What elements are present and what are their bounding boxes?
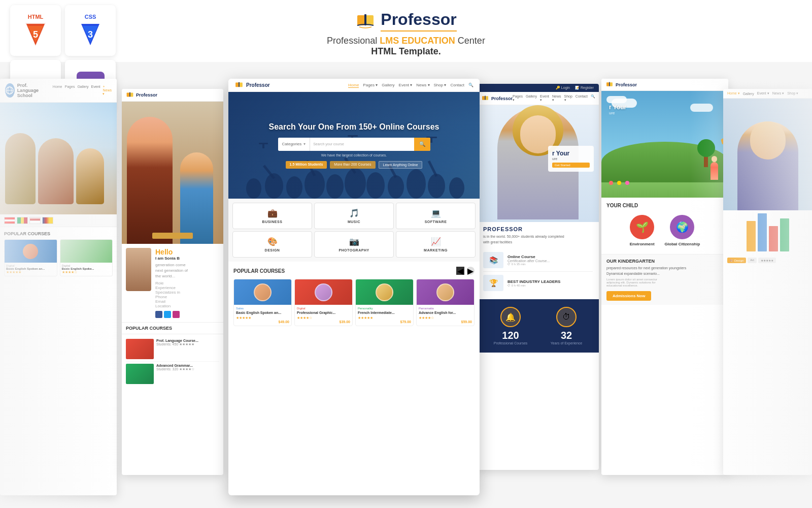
search-category-select[interactable]: Categories ▾ — [278, 138, 311, 151]
lang-course-stars-1: ★★★★★ — [6, 270, 55, 274]
center-logo-icon — [234, 81, 244, 89]
prof-teacher-logo-icon — [126, 91, 134, 99]
student-figure-1 — [5, 133, 36, 204]
categories-grid: 💼 BUSINESS 🎵 MUSIC 💻 SOFTWARE 🎨 DESIGN 📷… — [228, 199, 480, 262]
dark-login-bar: 🔑 Login 📝 Register — [477, 84, 599, 92]
svg-text:5: 5 — [33, 29, 38, 40]
tagline-prefix: Professional — [327, 36, 380, 46]
register-link[interactable]: 📝 Register — [575, 86, 594, 90]
admissions-button[interactable]: Admissions Now — [606, 291, 651, 301]
next-dot[interactable]: ▶ — [466, 267, 475, 275]
login-link[interactable]: 🔑 Login — [556, 86, 570, 90]
member-details: RoleExperienceSpecializes inPhoneEmailLo… — [155, 281, 188, 308]
svg-rect-2 — [364, 14, 366, 25]
course-card-2[interactable]: Digital Professional Graphic... ★★★★☆ $3… — [294, 279, 353, 326]
team-member-info: Hello I am Sonia B generation comenext g… — [155, 248, 188, 318]
prev-dot[interactable]: ◀ — [456, 267, 464, 275]
nav-home[interactable]: Home — [348, 83, 359, 88]
tag-design: 🎨 Design — [727, 258, 746, 263]
nav-news[interactable]: News ▾ — [416, 83, 429, 88]
category-business[interactable]: 💼 BUSINESS — [232, 203, 312, 229]
prof-nav-search-icon[interactable]: 🔍 — [591, 94, 595, 102]
professor-teacher-preview: Professor Hello I am Sonia B generation … — [122, 89, 223, 475]
category-photography[interactable]: 📷 PHOTOGRAPHY — [314, 231, 394, 258]
flowers — [609, 181, 629, 185]
lang-nav-more: + News ▾ — [103, 85, 112, 96]
courses-stat-number: 120 — [494, 330, 528, 341]
prof-nav-event[interactable]: Event ▾ — [540, 94, 549, 102]
course-card-name-1: Basic English Spoken an... — [236, 311, 289, 315]
nav-gallery[interactable]: Gallery — [382, 83, 394, 88]
nav-shop[interactable]: Shop ▾ — [434, 83, 447, 88]
nav-contact[interactable]: Contact — [450, 83, 464, 88]
css3-shield-icon: 3 — [78, 20, 103, 48]
photography-icon: 📷 — [320, 237, 388, 246]
cloud-2 — [690, 104, 713, 112]
business-icon: 💼 — [238, 208, 307, 218]
lang-course-info-1: Digital Basic English Spoken an... ★★★★★ — [5, 263, 57, 276]
css3-badge: CSS 3 — [65, 5, 116, 56]
design-icon: 🎨 — [238, 237, 307, 246]
prof-dark-logo-icon — [481, 95, 489, 102]
lang-school-nav: Prof. Language School Home Pages Gallery… — [0, 79, 117, 103]
online-course-title: Online Course — [507, 255, 550, 259]
feature-online-course: 📚 Online Course Certification after Cour… — [483, 249, 593, 272]
stat-badge-1: 1.5 Million Students — [286, 161, 327, 169]
books-section — [723, 210, 812, 255]
books-stack — [727, 213, 808, 251]
course-thumb-1 — [234, 279, 291, 305]
center-logo-text: Professor — [246, 82, 270, 88]
search-button[interactable]: 🔍 — [414, 138, 430, 151]
nav-event[interactable]: Event ▾ — [399, 83, 413, 88]
flag-malaysia — [42, 217, 53, 224]
feature-tags: 🎨 Design Art ★★★★★ — [723, 255, 812, 266]
svg-rect-45 — [482, 96, 485, 100]
svg-rect-46 — [485, 96, 488, 100]
prof-nav-news[interactable]: News ▾ — [552, 94, 561, 102]
category-music[interactable]: 🎵 MUSIC — [314, 203, 394, 229]
lang-course-card-2: Digital Basic English Spoke... ★★★★☆ — [60, 239, 113, 276]
lang-nav-gallery: Gallery — [77, 85, 88, 96]
course-person-1 — [254, 283, 272, 301]
experience-stat-icon: ⏱ — [556, 307, 577, 327]
kinder-extra-text: Lorem ipsum dolor sit amet consecturadip… — [606, 278, 723, 287]
woman-figure — [127, 117, 173, 244]
prof-dark-nav-links: Pages ▾ Gallery Event ▾ News ▾ Shop ▾ Co… — [513, 94, 595, 102]
category-design[interactable]: 🎨 DESIGN — [232, 231, 312, 258]
social-links — [155, 311, 188, 318]
hero-search-bar[interactable]: Categories ▾ Search your course 🔍 — [278, 138, 430, 151]
tree — [704, 152, 708, 167]
prof-nav-pages[interactable]: Pages ▾ — [513, 94, 523, 102]
kinder-logo-text: Professor — [616, 82, 637, 87]
course-card-3[interactable]: Personality French Intermediate... ★★★★★… — [355, 279, 414, 326]
course-card-1[interactable]: Sales Basic English Spoken an... ★★★★★ $… — [233, 279, 292, 326]
course-card-stars-1: ★★★★★ — [236, 316, 289, 320]
svg-rect-16 — [235, 83, 239, 87]
flag-canada — [4, 217, 15, 224]
far-nav-event: Event ▾ — [757, 91, 769, 96]
overlay-btn[interactable]: Get Started — [552, 163, 590, 168]
svg-rect-1 — [366, 15, 374, 25]
prof-nav-gallery[interactable]: Gallery — [526, 94, 537, 102]
girl-head — [712, 156, 717, 162]
course-card-4[interactable]: Parramatta Advance English for... ★★★★☆ … — [416, 279, 475, 326]
prof-nav-contact[interactable]: Contact — [576, 94, 588, 102]
category-software[interactable]: 💻 SOFTWARE — [396, 203, 476, 229]
course-card-info-3: Personality French Intermediate... ★★★★★… — [356, 305, 413, 326]
far-nav-gallery: Gallery — [743, 92, 754, 96]
nav-search[interactable]: 🔍 — [468, 83, 473, 88]
book-on-table — [152, 233, 193, 239]
lang-nav-event: Event — [91, 85, 100, 96]
team-member-section: Hello I am Sonia B generation comenext g… — [122, 244, 223, 323]
music-icon: 🎵 — [320, 208, 388, 218]
prof-nav-shop[interactable]: Shop ▾ — [564, 94, 572, 102]
far-right-preview: Home ▾ Gallery Event ▾ News ▾ Shop ▾ — [723, 89, 812, 475]
nav-pages[interactable]: Pages ▾ — [363, 83, 378, 88]
course-card-tag-1: Sales — [236, 307, 289, 310]
stat-badge-3: Learn Anything Online — [379, 161, 423, 169]
course-person-2 — [315, 283, 332, 301]
category-marketing[interactable]: 📈 MARKETING — [396, 231, 476, 258]
lang-nav-pages: Pages — [65, 85, 75, 96]
kindergarten-preview: Professor — [601, 79, 728, 475]
search-input-field[interactable]: Search your course — [310, 138, 414, 151]
